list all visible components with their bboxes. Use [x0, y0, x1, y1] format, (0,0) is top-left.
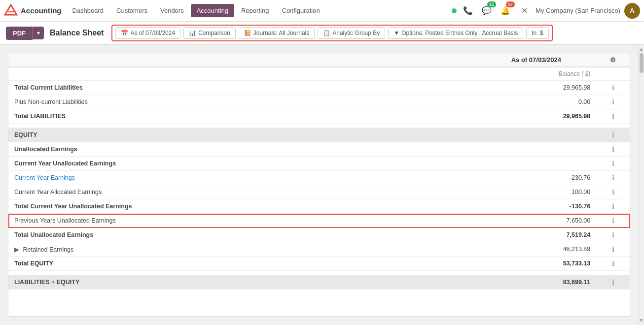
info-button[interactable]: ℹ: [610, 231, 616, 239]
filter-icon: ▼: [394, 30, 399, 36]
info-button[interactable]: ℹ: [610, 112, 616, 120]
currency-filter-button[interactable]: In .$: [526, 27, 548, 39]
row-info[interactable]: ℹ: [596, 109, 630, 124]
scroll-thumb[interactable]: [640, 53, 644, 73]
row-info[interactable]: ℹ: [596, 81, 630, 95]
nav-accounting[interactable]: Accounting: [191, 4, 234, 17]
comparison-filter-button[interactable]: 📊 Comparison: [183, 27, 236, 39]
date-filter-button[interactable]: 📅 As of 07/03/2024: [115, 27, 180, 39]
info-button[interactable]: ℹ: [610, 160, 616, 167]
name-sub-header: [8, 67, 476, 81]
row-amount: -130.76: [476, 199, 596, 214]
table-row: Total Current Year Unallocated Earnings …: [8, 199, 630, 214]
row-info[interactable]: ℹ: [596, 228, 630, 242]
svg-marker-0: [5, 5, 17, 15]
info-button[interactable]: ℹ: [610, 217, 616, 225]
online-status-dot: [452, 8, 457, 13]
table-row: Total Unallocated Earnings 7,519.24 ℹ: [8, 228, 630, 242]
section-amount: 83,699.11: [476, 275, 596, 290]
spacer-row: [8, 271, 630, 275]
nav-reporting[interactable]: Reporting: [235, 4, 275, 17]
app-logo-icon: [4, 4, 18, 18]
row-info[interactable]: ℹ: [596, 157, 630, 171]
date-column-header: As of 07/03/2024: [476, 53, 596, 67]
topnav-right-area: 📞 💬 12 🔔 57 ✕ My Company (San Francisco)…: [452, 3, 640, 19]
current-year-earnings-link[interactable]: Current Year Earnings: [14, 174, 75, 181]
nav-dashboard[interactable]: Dashboard: [67, 4, 110, 17]
section-info[interactable]: ℹ: [596, 128, 630, 142]
row-info[interactable]: ℹ: [596, 171, 630, 185]
row-label: Current Year Unallocated Earnings: [8, 157, 476, 171]
nav-customers[interactable]: Customers: [110, 4, 153, 17]
analytic-filter-button[interactable]: 📋 Analytic Group By: [318, 27, 385, 39]
table-row: ▶ Retained Earnings 46,213.89 ℹ: [8, 242, 630, 257]
info-button[interactable]: ℹ: [610, 245, 616, 253]
settings-icon[interactable]: ✕: [517, 3, 532, 18]
info-button[interactable]: ℹ: [610, 188, 616, 196]
right-scrollbar[interactable]: ▲ ▼: [638, 45, 644, 325]
table-row: Total LIABILITIES 29,965.98 ℹ: [8, 109, 630, 124]
info-button[interactable]: ℹ: [610, 202, 616, 210]
expand-icon[interactable]: ▶: [14, 246, 21, 253]
balance-sub-header: Balance (.$): [476, 67, 596, 81]
spacer: [8, 124, 630, 128]
row-amount: 0.00: [476, 95, 596, 109]
user-avatar[interactable]: A: [624, 3, 640, 19]
info-button[interactable]: ℹ: [610, 260, 616, 267]
name-column-header: [8, 53, 476, 67]
row-amount: 7,519.24: [476, 228, 596, 242]
info-button[interactable]: ℹ: [610, 145, 616, 153]
table-row: Current Year Unallocated Earnings ℹ: [8, 157, 630, 171]
row-info[interactable]: ℹ: [596, 95, 630, 109]
info-button[interactable]: ℹ: [610, 174, 616, 182]
info-button[interactable]: ℹ: [610, 84, 616, 92]
row-info[interactable]: ℹ: [596, 185, 630, 199]
row-info[interactable]: ℹ: [596, 257, 630, 271]
row-info[interactable]: ℹ: [596, 242, 630, 257]
spacer-row: [8, 124, 630, 128]
app-logo[interactable]: Accounting: [4, 4, 62, 18]
info-button[interactable]: ℹ: [610, 278, 616, 286]
scroll-down-arrow[interactable]: ▼: [639, 316, 644, 325]
currency-filter-label: In .$: [532, 30, 543, 36]
phone-icon[interactable]: 📞: [461, 3, 475, 18]
row-info[interactable]: ℹ: [596, 142, 630, 157]
analytic-filter-label: Analytic Group By: [332, 30, 380, 36]
chart-icon: 📊: [189, 30, 196, 36]
pdf-button[interactable]: PDF: [6, 27, 33, 40]
row-info[interactable]: ℹ: [596, 199, 630, 214]
activity-badge-icon[interactable]: 🔔 57: [498, 3, 513, 18]
pdf-dropdown-button[interactable]: ▾: [33, 27, 44, 39]
row-label: ▶ Retained Earnings: [8, 242, 476, 257]
nav-vendors[interactable]: Vendors: [154, 4, 190, 17]
row-amount: [476, 142, 596, 157]
calendar-icon: 📅: [121, 30, 128, 36]
info-button[interactable]: ℹ: [610, 131, 616, 139]
journals-filter-label: Journals: All Journals: [253, 30, 309, 36]
chat-badge-icon[interactable]: 💬 12: [479, 3, 494, 18]
balance-sheet-table: As of 07/03/2024 ⚙ Balance (.$) Total Cu…: [8, 53, 630, 290]
section-label: EQUITY: [8, 128, 476, 142]
section-info[interactable]: ℹ: [596, 275, 630, 290]
company-name-label[interactable]: My Company (San Francisco): [536, 7, 620, 14]
nav-configuration[interactable]: Configuration: [276, 4, 325, 17]
row-amount: 53,733.13: [476, 257, 596, 271]
row-label: Current Year Allocated Earnings: [8, 185, 476, 199]
journals-filter-button[interactable]: 📔 Journals: All Journals: [239, 27, 315, 39]
row-info[interactable]: ℹ: [596, 214, 630, 228]
report-container[interactable]: As of 07/03/2024 ⚙ Balance (.$) Total Cu…: [8, 53, 630, 317]
section-header-equity: EQUITY ℹ: [8, 128, 630, 142]
row-label: Total Unallocated Earnings: [8, 228, 476, 242]
scroll-up-arrow[interactable]: ▲: [639, 45, 644, 53]
info-button[interactable]: ℹ: [610, 98, 616, 106]
report-header-row: As of 07/03/2024 ⚙: [8, 53, 630, 67]
row-label: Plus Non-current Liabilities: [8, 95, 476, 109]
row-label: Current Year Earnings: [8, 171, 476, 185]
row-amount: -230.76: [476, 171, 596, 185]
row-label: Total Current Liabilities: [8, 81, 476, 95]
date-filter-label: As of 07/03/2024: [130, 30, 175, 36]
app-brand-label: Accounting: [21, 6, 62, 15]
row-label: Total LIABILITIES: [8, 109, 476, 124]
main-content: As of 07/03/2024 ⚙ Balance (.$) Total Cu…: [0, 45, 644, 325]
options-filter-button[interactable]: ▼ Options: Posted Entries Only , Accrual…: [388, 27, 523, 39]
